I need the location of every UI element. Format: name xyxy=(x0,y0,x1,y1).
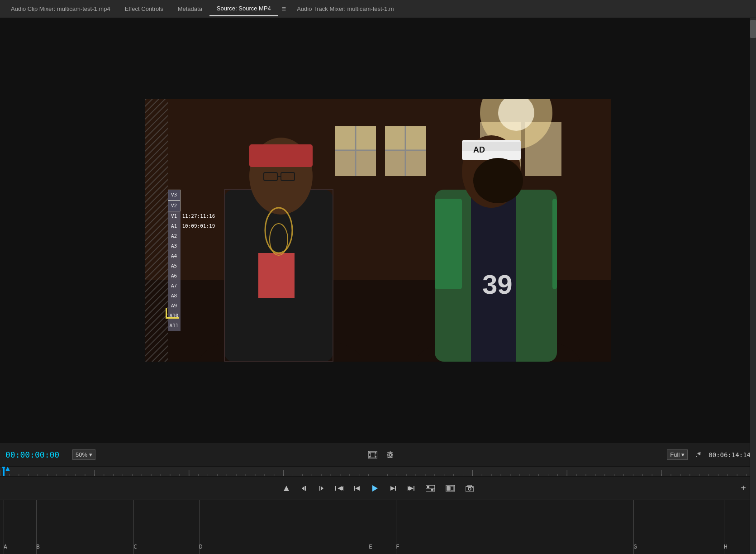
label-v1: V1 11:27:11:16 xyxy=(168,211,215,221)
scrubber-track[interactable] xyxy=(0,467,756,476)
add-marker-button[interactable] xyxy=(278,482,295,495)
svg-rect-19 xyxy=(249,144,313,167)
step-back-frame-button[interactable] xyxy=(350,482,365,494)
label-a7: A7 xyxy=(168,281,215,291)
add-icon: + xyxy=(741,483,746,493)
add-button[interactable]: + xyxy=(736,480,751,496)
svg-rect-43 xyxy=(371,453,375,457)
svg-marker-147 xyxy=(372,485,378,492)
svg-rect-142 xyxy=(335,486,336,491)
divider-d xyxy=(199,500,200,554)
label-f: F xyxy=(396,543,399,550)
svg-rect-149 xyxy=(395,486,396,491)
svg-rect-31 xyxy=(462,142,521,151)
trim-button[interactable] xyxy=(421,482,439,494)
label-h: H xyxy=(724,543,727,550)
tab-audio-track-mixer[interactable]: Audio Track Mixer: multicam-test-1.m xyxy=(290,2,401,16)
play-button[interactable] xyxy=(367,482,383,495)
step-forward-frame-button[interactable] xyxy=(385,482,400,494)
current-timecode[interactable]: 00:00:00:00 xyxy=(5,450,69,459)
step-to-out-button[interactable] xyxy=(402,482,419,494)
wrench-icon[interactable] xyxy=(691,449,705,461)
label-h-container: H xyxy=(724,542,727,550)
scrubber-playhead xyxy=(4,467,5,476)
v1-timecode: 11:27:11:16 xyxy=(182,212,215,221)
divider-f xyxy=(396,500,396,554)
label-a1: A1 10:09:01:19 xyxy=(168,221,215,231)
controls-bar: 00:00:00:00 50% ▾ Full ▾ xyxy=(0,443,756,466)
quality-select[interactable]: Full ▾ xyxy=(667,449,688,460)
svg-rect-139 xyxy=(305,486,306,491)
divider-c xyxy=(133,500,134,554)
svg-rect-159 xyxy=(451,486,454,491)
svg-rect-141 xyxy=(319,486,320,491)
main-area: 39 AD xyxy=(0,18,756,554)
zoom-dropdown-icon: ▾ xyxy=(89,451,92,458)
transport-right-controls: + xyxy=(736,480,751,496)
label-a8: A8 xyxy=(168,291,215,301)
v2-label: V2 xyxy=(168,201,181,211)
bottom-labels-area: A B C D E F G H xyxy=(0,500,756,554)
video-background: 39 AD xyxy=(145,99,611,362)
divider-a xyxy=(4,500,4,554)
svg-rect-162 xyxy=(468,485,471,487)
scrollbar-thumb[interactable] xyxy=(750,20,756,38)
label-a: A xyxy=(4,543,7,550)
label-c-container: C xyxy=(133,542,137,550)
svg-marker-148 xyxy=(390,486,395,491)
timeline-scrubber[interactable] xyxy=(0,466,756,476)
zoom-select[interactable]: 50% ▾ xyxy=(72,449,95,460)
svg-rect-17 xyxy=(258,253,295,298)
label-a5: A5 xyxy=(168,261,215,271)
v3-label: V3 xyxy=(168,190,181,201)
a11-label: A11 xyxy=(168,321,181,331)
quality-value: Full xyxy=(670,451,680,458)
tab-source[interactable]: Source: Source MP4 xyxy=(209,1,278,16)
svg-marker-146 xyxy=(355,486,360,491)
label-d: D xyxy=(199,543,203,550)
a7-label: A7 xyxy=(168,281,181,291)
svg-rect-145 xyxy=(354,486,355,491)
label-b-container: B xyxy=(36,542,40,550)
svg-point-163 xyxy=(472,487,473,488)
svg-rect-158 xyxy=(447,486,450,491)
label-b: B xyxy=(36,543,40,550)
label-g: G xyxy=(633,543,637,550)
a8-label: A8 xyxy=(168,291,181,301)
right-scrollbar[interactable] xyxy=(750,18,756,554)
svg-rect-155 xyxy=(427,486,429,488)
label-c: C xyxy=(133,543,137,550)
label-a4: A4 xyxy=(168,251,215,261)
label-a-container: A xyxy=(4,542,7,550)
video-frame: 39 AD xyxy=(145,99,611,362)
step-to-in-button[interactable] xyxy=(331,482,348,494)
go-to-in-button[interactable] xyxy=(296,482,312,494)
go-to-out-button[interactable] xyxy=(314,482,329,494)
divider-h xyxy=(724,500,724,554)
label-v2: V2 xyxy=(168,201,215,211)
a1-label: A1 xyxy=(168,221,181,231)
film-strip-icon[interactable] xyxy=(366,449,380,460)
tab-bar: Audio Clip Mixer: multicam-test-1.mp4 Ef… xyxy=(0,0,756,18)
label-a6: A6 xyxy=(168,271,215,281)
svg-marker-140 xyxy=(321,486,323,491)
tab-audio-clip-mixer[interactable]: Audio Clip Mixer: multicam-test-1.mp4 xyxy=(4,2,118,16)
total-duration: 00:06:14:14 xyxy=(708,451,751,458)
tab-menu-icon[interactable]: ≡ xyxy=(278,3,290,15)
quality-dropdown-icon: ▾ xyxy=(681,451,685,458)
settings-icon[interactable] xyxy=(384,449,397,461)
a1-timecode: 10:09:01:19 xyxy=(182,222,215,231)
label-g-container: G xyxy=(633,542,637,550)
a6-label: A6 xyxy=(168,271,181,281)
tab-metadata[interactable]: Metadata xyxy=(171,2,209,16)
divider-b xyxy=(36,500,37,554)
tab-effect-controls[interactable]: Effect Controls xyxy=(118,2,171,16)
export-frame-button[interactable] xyxy=(461,482,478,494)
labels-container: A B C D E F G H xyxy=(0,500,756,554)
a4-label: A4 xyxy=(168,251,181,261)
svg-rect-156 xyxy=(431,489,433,491)
insert-button[interactable] xyxy=(441,482,459,494)
video-preview[interactable]: 39 AD xyxy=(0,18,756,443)
svg-rect-152 xyxy=(414,486,414,491)
transport-bar: + xyxy=(0,476,756,500)
